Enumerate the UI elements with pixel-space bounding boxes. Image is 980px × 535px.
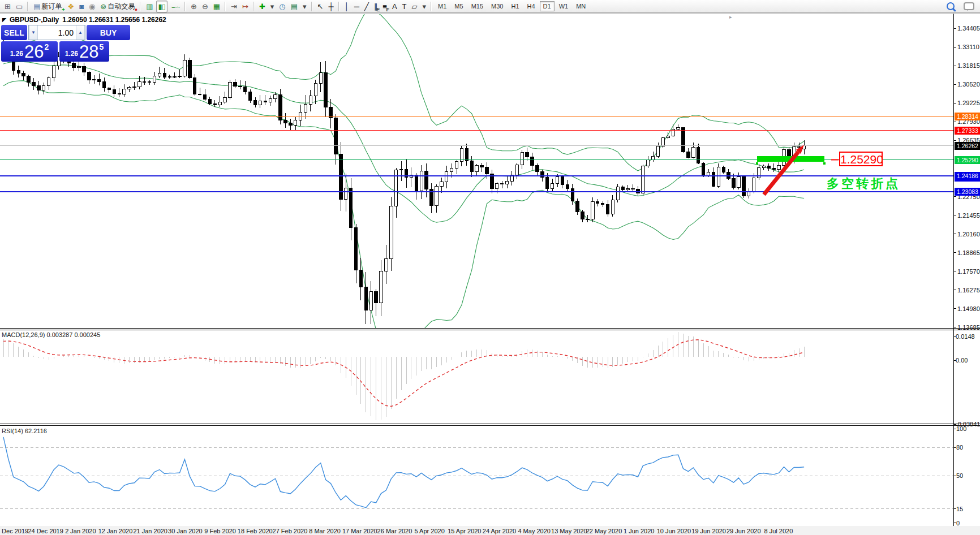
chart-shift-button[interactable]: ↦ bbox=[240, 1, 250, 12]
sell-price-pip: 2 bbox=[45, 42, 49, 51]
candlestick-chart-icon: ▮▯ bbox=[158, 3, 165, 10]
trendline-button[interactable]: ╱ bbox=[362, 1, 371, 12]
gold-symbol-icon[interactable]: ❖ bbox=[66, 1, 76, 12]
new-order-button[interactable]: ▤+新订单 bbox=[31, 1, 64, 12]
autotrading-icon: ⊚ bbox=[100, 3, 106, 10]
crosshair-icon: ┼ bbox=[328, 3, 333, 10]
cursor-button[interactable]: ↖ bbox=[315, 1, 325, 12]
new-chart-icon: ⊞ bbox=[5, 3, 10, 10]
history-center-icon[interactable]: ◙ bbox=[77, 1, 85, 12]
indicators-icon: ✚ bbox=[259, 3, 265, 10]
mouse-settings-icon: ▭ bbox=[16, 3, 22, 10]
toolbar-separator bbox=[225, 2, 226, 11]
gold-symbol-icon-icon: ❖ bbox=[68, 3, 74, 10]
buy-button[interactable]: BUY bbox=[87, 25, 130, 40]
autotrading-button[interactable]: ⊚●自动交易 bbox=[98, 1, 137, 12]
volume-decrease-button[interactable]: ▼ bbox=[29, 25, 38, 40]
indicators-dropdown-icon: ▾ bbox=[270, 3, 274, 10]
zoom-out-button[interactable]: ⊖ bbox=[200, 1, 210, 12]
timeframe-m30[interactable]: M30 bbox=[488, 1, 506, 11]
horizontal-line-button[interactable]: ─ bbox=[352, 1, 361, 12]
vertical-line-button[interactable]: │ bbox=[342, 1, 351, 12]
tile-windows-button[interactable]: ▦ bbox=[211, 1, 222, 12]
mouse-settings-button[interactable]: ▭ bbox=[14, 1, 24, 12]
chart-ohlc: 1.26050 1.26631 1.25656 1.26262 bbox=[62, 16, 166, 24]
zoom-in-button[interactable]: ⊕ bbox=[188, 1, 199, 12]
text-label-icon: T bbox=[402, 3, 406, 10]
autotrading-button-label: 自动交易 bbox=[108, 2, 135, 11]
new-order-icon: ▤ bbox=[33, 3, 40, 10]
badge-icon: ● bbox=[135, 7, 137, 12]
equidistant-channel-button[interactable]: ∥E bbox=[372, 1, 380, 12]
auto-scroll-button[interactable]: ⇥ bbox=[229, 1, 239, 12]
turning-point-note[interactable]: 多空转折点 bbox=[827, 175, 900, 192]
toolbar-separator bbox=[253, 2, 254, 11]
badge-icon: E bbox=[376, 7, 380, 12]
timeframe-m15[interactable]: M15 bbox=[468, 1, 487, 11]
line-chart-button[interactable]: ⌣⌢ bbox=[169, 1, 182, 12]
toolbar-separator bbox=[431, 2, 432, 11]
crosshair-button[interactable]: ┼ bbox=[326, 1, 335, 12]
zoom-in-icon: ⊕ bbox=[191, 3, 196, 10]
toolbar-right-icons bbox=[947, 2, 974, 10]
templates-dropdown[interactable]: ▾ bbox=[300, 1, 308, 12]
shapes-button[interactable]: ▱ bbox=[410, 1, 419, 12]
toolbar-separator bbox=[140, 2, 141, 11]
line-chart-icon: ⌣⌢ bbox=[171, 3, 179, 10]
text-button[interactable]: A bbox=[390, 1, 399, 12]
main-chart-pane[interactable] bbox=[0, 14, 953, 328]
buy-price-big: 28 bbox=[79, 44, 98, 61]
new-order-button-label: 新订单 bbox=[42, 2, 62, 11]
badge-icon: + bbox=[62, 7, 65, 12]
timeframe-m1[interactable]: M1 bbox=[435, 1, 450, 11]
horizontal-line-icon: ─ bbox=[354, 3, 359, 10]
chart-shift-icon: ↦ bbox=[242, 3, 248, 10]
toolbar-separator bbox=[184, 2, 186, 11]
price-callout-box[interactable]: 1.25290 bbox=[839, 152, 883, 166]
buy-price-display[interactable]: 1.26 28 5 bbox=[59, 41, 109, 62]
scroll-to-end-marker[interactable]: ▸ bbox=[729, 14, 732, 20]
timeframe-w1[interactable]: W1 bbox=[556, 1, 572, 11]
volume-input[interactable] bbox=[38, 25, 76, 40]
timeframe-mn[interactable]: MN bbox=[573, 1, 589, 11]
bar-chart-button[interactable]: ▥ bbox=[144, 1, 154, 12]
fibonacci-button[interactable]: ≡F bbox=[380, 1, 389, 12]
templates-button[interactable]: ▤ bbox=[289, 1, 299, 12]
buy-price-prefix: 1.26 bbox=[65, 50, 78, 58]
sell-button[interactable]: SELL bbox=[1, 25, 27, 40]
templates-icon: ▤ bbox=[291, 3, 297, 10]
macd-indicator-label: MACD(12,26,9) 0.003287 0.000245 bbox=[2, 331, 100, 338]
timeframe-d1[interactable]: D1 bbox=[540, 1, 555, 11]
timeframe-m5[interactable]: M5 bbox=[451, 1, 466, 11]
cursor-icon: ↖ bbox=[317, 3, 323, 10]
timeframe-h4[interactable]: H4 bbox=[524, 1, 539, 11]
periods-button[interactable]: ◷ bbox=[277, 1, 287, 12]
timeframe-h1[interactable]: H1 bbox=[508, 1, 522, 11]
toolbar: ⊞▭▤+新订单❖◙◉⊚●自动交易▥▮▯⌣⌢⊕⊖▦⇥↦✚▾◷▤▾↖┼│─╱∥E≡F… bbox=[0, 0, 980, 13]
chat-icon[interactable] bbox=[964, 2, 974, 10]
periods-icon: ◷ bbox=[279, 3, 285, 10]
price-axis[interactable] bbox=[953, 14, 980, 525]
text-icon: A bbox=[392, 3, 397, 10]
volume-increase-button[interactable]: ▲ bbox=[76, 25, 85, 40]
sell-price-big: 26 bbox=[24, 44, 44, 61]
shapes-dropdown[interactable]: ▾ bbox=[420, 1, 428, 12]
sell-price-display[interactable]: 1.26 26 2 bbox=[1, 41, 58, 62]
text-label-button[interactable]: T bbox=[400, 1, 409, 12]
indicators-dropdown[interactable]: ▾ bbox=[268, 1, 276, 12]
history-center-icon-icon: ◙ bbox=[79, 3, 83, 10]
indicators-button[interactable]: ✚ bbox=[257, 1, 267, 12]
macd-pane[interactable] bbox=[0, 330, 953, 423]
rsi-pane[interactable] bbox=[0, 426, 953, 525]
bar-chart-icon: ▥ bbox=[146, 3, 152, 10]
candlestick-chart-button[interactable]: ▮▯ bbox=[156, 1, 167, 12]
chart-title: ◤ GBPUSD-,Daily 1.26050 1.26631 1.25656 … bbox=[2, 16, 166, 24]
chart-symbol: GBPUSD-,Daily bbox=[10, 16, 59, 24]
shapes-icon: ▱ bbox=[412, 3, 417, 10]
date-axis[interactable] bbox=[0, 526, 980, 535]
one-click-trading-panel: SELL ▼ ▲ BUY 1.26 26 2 1.26 28 5 bbox=[1, 25, 132, 62]
search-icon[interactable] bbox=[947, 2, 955, 10]
signals-icon[interactable]: ◉ bbox=[87, 1, 97, 12]
tile-windows-icon: ▦ bbox=[213, 3, 220, 10]
new-chart-button[interactable]: ⊞ bbox=[2, 1, 12, 12]
